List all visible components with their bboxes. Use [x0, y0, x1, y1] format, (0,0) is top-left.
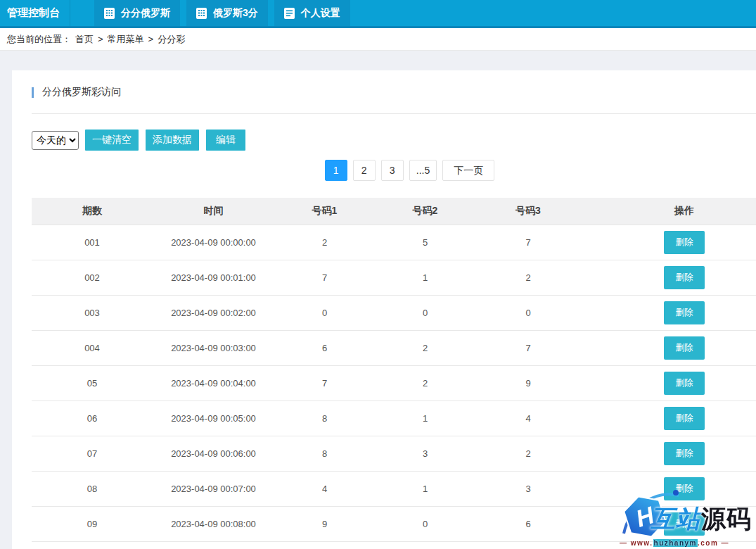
cell-n3: 0 [475, 295, 581, 330]
cell-issue: 09 [32, 506, 153, 541]
table-row: 072023-04-09 00:06:00832删除 [32, 436, 756, 471]
cell-n3: 2 [475, 260, 581, 295]
cell-issue: 004 [32, 330, 153, 365]
page-button-2[interactable]: 2 [353, 160, 376, 181]
cell-n2: 1 [375, 260, 475, 295]
cell-n2: 3 [375, 436, 475, 471]
cell-n3: 7 [475, 330, 581, 365]
cell-n3: 3 [475, 471, 581, 506]
delete-button[interactable]: 删除 [664, 336, 705, 360]
cell-n1: 4 [274, 471, 375, 506]
cell-n1: 8 [274, 400, 375, 436]
cell-n1: 6 [274, 330, 375, 365]
pagination: 123...5下一页 [32, 160, 756, 181]
cell-n3: 9 [475, 365, 581, 400]
cell-issue: 003 [32, 295, 153, 330]
cell-n2: 1 [375, 400, 475, 436]
cell-issue: 05 [32, 365, 153, 400]
cell-n3: 4 [475, 400, 581, 436]
page-title: 分分俄罗斯彩访问 [32, 86, 756, 99]
nav-tab-label: 分分俄罗斯 [121, 7, 170, 20]
delete-button[interactable]: 删除 [664, 477, 705, 500]
delete-button[interactable]: 删除 [664, 231, 705, 254]
column-header: 操作 [581, 198, 756, 225]
table-row: 082023-04-09 00:07:00413删除 [32, 471, 756, 506]
results-table: 期数时间号码1号码2号码3操作 0012023-04-09 00:00:0025… [32, 198, 756, 542]
cell-issue: 06 [32, 400, 153, 436]
cell-time: 2023-04-09 00:03:00 [153, 330, 274, 365]
page-button-...5[interactable]: ...5 [409, 160, 437, 181]
breadcrumb-label: 您当前的位置： [7, 33, 71, 46]
cell-n1: 8 [274, 436, 375, 471]
cell-n3: 7 [475, 225, 581, 260]
delete-button[interactable]: 删除 [664, 407, 705, 430]
grid-icon [104, 8, 115, 19]
action-button-2[interactable]: 添加数据 [146, 130, 199, 151]
column-header: 时间 [153, 198, 274, 225]
breadcrumb-home-link[interactable]: 首页 [75, 33, 94, 46]
cell-actions: 删除 [581, 471, 756, 506]
cell-issue: 08 [32, 471, 153, 506]
delete-button[interactable]: 删除 [664, 512, 705, 536]
page-button-1[interactable]: 1 [325, 160, 347, 181]
column-header: 号码3 [475, 198, 581, 225]
cell-n2: 2 [375, 365, 475, 400]
table-row: 0042023-04-09 00:03:00627删除 [32, 330, 756, 365]
delete-button[interactable]: 删除 [664, 442, 705, 465]
table-row: 0012023-04-09 00:00:00257删除 [32, 225, 756, 260]
nav-tab-2[interactable]: 俄罗斯3分 [186, 0, 268, 26]
cell-n2: 0 [375, 506, 475, 541]
breadcrumb-separator: > [98, 34, 103, 44]
table-row: 062023-04-09 00:05:00814删除 [32, 400, 756, 436]
breadcrumb-current-link[interactable]: 分分彩 [158, 33, 185, 46]
controls-row: 今天的 一键清空添加数据编辑 [32, 130, 756, 151]
cell-time: 2023-04-09 00:00:00 [153, 225, 274, 260]
nav-tab-label: 俄罗斯3分 [213, 7, 258, 20]
nav-tab-1[interactable]: 分分俄罗斯 [94, 0, 180, 26]
cell-n2: 0 [375, 295, 475, 330]
cell-time: 2023-04-09 00:07:00 [153, 471, 274, 506]
top-navbar: 管理控制台 分分俄罗斯俄罗斯3分个人设置 [0, 0, 756, 28]
breadcrumb: 您当前的位置： 首页 > 常用菜单 > 分分彩 [0, 28, 756, 51]
cell-actions: 删除 [581, 365, 756, 400]
column-header: 号码2 [375, 198, 475, 225]
cell-n3: 6 [475, 506, 581, 541]
delete-button[interactable]: 删除 [664, 266, 705, 289]
cell-actions: 删除 [581, 225, 756, 260]
action-button-3[interactable]: 编辑 [206, 130, 245, 151]
list-icon [284, 8, 295, 19]
action-button-1[interactable]: 一键清空 [85, 130, 139, 151]
table-row: 092023-04-09 00:08:00906删除 [32, 506, 756, 541]
cell-actions: 删除 [581, 295, 756, 330]
delete-button[interactable]: 删除 [664, 301, 705, 324]
cell-n1: 0 [274, 295, 375, 330]
date-filter-select[interactable]: 今天的 [32, 131, 79, 150]
cell-n2: 1 [375, 471, 475, 506]
table-header-row: 期数时间号码1号码2号码3操作 [32, 198, 756, 225]
column-header: 号码1 [274, 198, 375, 225]
nav-tabs: 分分俄罗斯俄罗斯3分个人设置 [94, 0, 350, 26]
cell-time: 2023-04-09 00:02:00 [153, 295, 274, 330]
cell-actions: 删除 [581, 400, 756, 436]
cell-n1: 7 [274, 365, 375, 400]
breadcrumb-menu-link[interactable]: 常用菜单 [108, 33, 144, 46]
next-page-button[interactable]: 下一页 [442, 160, 494, 181]
grid-icon [196, 8, 207, 19]
cell-time: 2023-04-09 00:08:00 [153, 506, 274, 541]
column-header: 期数 [32, 198, 153, 225]
main-card: 分分俄罗斯彩访问 今天的 一键清空添加数据编辑 123...5下一页 期数时间号… [12, 70, 756, 549]
cell-n1: 9 [274, 506, 375, 541]
cell-issue: 001 [32, 225, 153, 260]
nav-tab-label: 个人设置 [301, 7, 340, 20]
delete-button[interactable]: 删除 [664, 372, 705, 395]
cell-issue: 07 [32, 436, 153, 471]
cell-actions: 删除 [581, 330, 756, 365]
cell-time: 2023-04-09 00:06:00 [153, 436, 274, 471]
table-row: 052023-04-09 00:04:00729删除 [32, 365, 756, 400]
page-button-3[interactable]: 3 [381, 160, 404, 181]
nav-tab-3[interactable]: 个人设置 [274, 0, 350, 26]
cell-actions: 删除 [581, 506, 756, 541]
app-title: 管理控制台 [0, 0, 70, 26]
table-row: 0032023-04-09 00:02:00000删除 [32, 295, 756, 330]
title-divider [32, 113, 756, 114]
